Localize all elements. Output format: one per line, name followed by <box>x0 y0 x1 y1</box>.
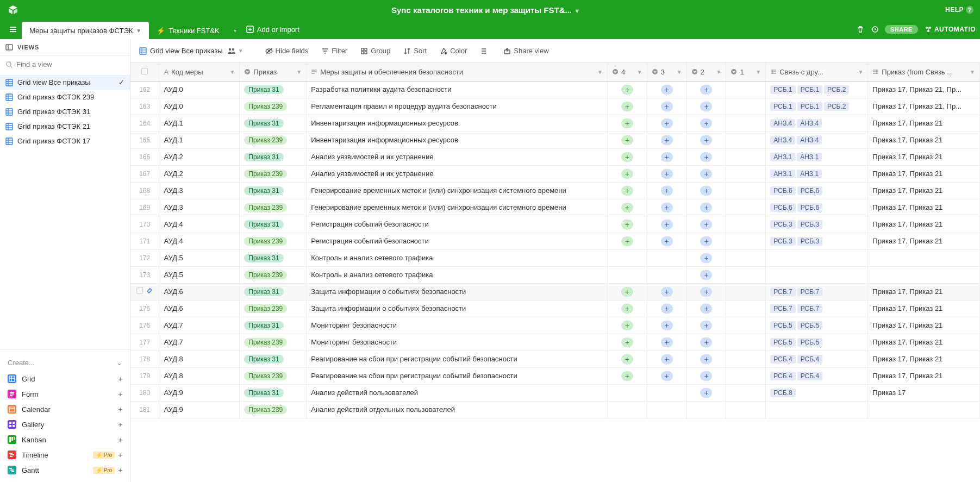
link-tag[interactable]: РСБ.2 <box>824 85 849 94</box>
plus-badge[interactable]: + <box>700 236 712 246</box>
cell-link[interactable]: АНЗ.4АНЗ.4 <box>766 115 868 132</box>
plus-badge[interactable]: + <box>661 321 673 330</box>
link-tag[interactable]: РСБ.7 <box>770 287 795 296</box>
column-header-code[interactable]: AКод меры▼ <box>159 63 240 81</box>
share-view-button[interactable]: Share view <box>498 45 554 57</box>
cell-1[interactable] <box>726 317 766 334</box>
plus-badge[interactable]: + <box>700 337 712 347</box>
cell-4[interactable] <box>607 384 647 401</box>
cell-code[interactable]: АУД.4 <box>159 233 240 249</box>
cell-2[interactable]: + <box>686 384 726 401</box>
table-row[interactable]: 179 АУД.8 Приказ 239 Реагирование на сбо… <box>130 367 980 384</box>
row-number-cell[interactable]: 176 <box>130 317 159 334</box>
row-number-cell[interactable]: 164 <box>130 115 159 132</box>
cell-4[interactable] <box>607 401 647 418</box>
link-tag[interactable]: РСБ.5 <box>797 338 822 347</box>
cell-link[interactable]: РСБ.6РСБ.6 <box>766 182 868 199</box>
link-tag[interactable]: РСБ.8 <box>770 389 795 397</box>
table-row[interactable]: 166 АУД.2 Приказ 31 Анализ уязвимостей и… <box>130 148 980 165</box>
cell-prikazfrom[interactable]: Приказ 17, Приказ 21 <box>868 300 980 317</box>
cell-code[interactable]: АУД.3 <box>159 199 240 216</box>
plus-badge[interactable]: + <box>661 337 673 347</box>
table-row[interactable]: 164 АУД.1 Приказ 31 Инвентаризация инфор… <box>130 115 980 132</box>
cell-3[interactable]: + <box>647 132 686 148</box>
link-tag[interactable]: РСБ.5 <box>770 338 795 347</box>
column-header-prikazfrom[interactable]: Приказ (from Связь ...▼ <box>868 63 980 81</box>
cell-code[interactable]: АУД.5 <box>159 249 240 266</box>
views-header[interactable]: VIEWS <box>0 39 130 56</box>
cell-code[interactable]: АУД.8 <box>159 367 240 384</box>
cell-3[interactable] <box>647 266 686 283</box>
plus-badge[interactable]: + <box>621 220 633 229</box>
sort-button[interactable]: Sort <box>398 45 432 57</box>
cell-link[interactable]: РСБ.7РСБ.7 <box>766 283 868 300</box>
tab-chevron[interactable]: ▾ <box>227 22 240 39</box>
header-checkbox[interactable] <box>130 63 159 81</box>
plus-badge[interactable]: + <box>661 102 673 111</box>
cell-mery[interactable]: Регистрация событий безопасности <box>307 233 608 249</box>
cell-code[interactable]: АУД.5 <box>159 266 240 283</box>
cell-2[interactable]: + <box>686 81 726 98</box>
cell-link[interactable]: РСБ.1РСБ.1РСБ.2 <box>766 98 868 115</box>
plus-badge[interactable]: + <box>661 152 673 162</box>
cell-prikaz[interactable]: Приказ 239 <box>240 401 307 418</box>
plus-badge[interactable]: + <box>700 304 712 314</box>
cell-2[interactable]: + <box>686 283 726 300</box>
cell-prikaz[interactable]: Приказ 239 <box>240 300 307 317</box>
cell-link[interactable]: РСБ.8 <box>766 384 868 401</box>
plus-badge[interactable]: + <box>661 371 673 381</box>
row-checkbox[interactable] <box>136 287 143 294</box>
cell-4[interactable]: + <box>607 334 647 350</box>
group-button[interactable]: Group <box>355 45 396 57</box>
link-tag[interactable]: РСБ.6 <box>797 203 822 212</box>
column-header-4[interactable]: 4▼ <box>607 63 647 81</box>
cell-link[interactable]: РСБ.1РСБ.1РСБ.2 <box>766 81 868 98</box>
link-tag[interactable]: РСБ.6 <box>797 186 822 195</box>
trash-icon[interactable] <box>857 26 864 33</box>
cell-mery[interactable]: Анализ уязвимостей и их устранение <box>307 148 608 165</box>
hamburger-icon[interactable] <box>4 22 22 37</box>
row-number-cell[interactable]: 169 <box>130 199 159 216</box>
link-tag[interactable]: РСБ.3 <box>797 237 822 246</box>
cell-prikazfrom[interactable]: Приказ 17, Приказ 21 <box>868 317 980 334</box>
plus-badge[interactable]: + <box>700 220 712 229</box>
cell-link[interactable] <box>766 249 868 266</box>
find-view-search[interactable] <box>0 56 130 73</box>
link-tag[interactable]: РСБ.7 <box>770 304 795 313</box>
plus-badge[interactable]: + <box>621 186 633 196</box>
cell-prikaz[interactable]: Приказ 239 <box>240 266 307 283</box>
cell-prikazfrom[interactable]: Приказ 17, Приказ 21 <box>868 216 980 233</box>
cell-1[interactable] <box>726 199 766 216</box>
cell-4[interactable]: + <box>607 317 647 334</box>
cell-2[interactable]: + <box>686 367 726 384</box>
cell-code[interactable]: АУД.6 <box>159 300 240 317</box>
link-tag[interactable]: АНЗ.4 <box>797 136 822 145</box>
link-tag[interactable]: РСБ.5 <box>770 321 795 330</box>
cell-prikaz[interactable]: Приказ 239 <box>240 367 307 384</box>
cell-code[interactable]: АУД.7 <box>159 334 240 350</box>
cell-prikazfrom[interactable]: Приказ 17, Приказ 21 <box>868 115 980 132</box>
link-tag[interactable]: АНЗ.1 <box>770 153 795 161</box>
link-tag[interactable]: РСБ.1 <box>770 85 795 94</box>
plus-badge[interactable]: + <box>661 236 673 246</box>
sidebar-view-item[interactable]: Grid приказ ФСТЭК 31 <box>0 104 130 119</box>
cell-code[interactable]: АУД.0 <box>159 98 240 115</box>
cell-2[interactable] <box>686 401 726 418</box>
cell-link[interactable]: РСБ.5РСБ.5 <box>766 317 868 334</box>
cell-2[interactable]: + <box>686 216 726 233</box>
cell-prikaz[interactable]: Приказ 31 <box>240 81 307 98</box>
cell-4[interactable] <box>607 266 647 283</box>
add-or-import-button[interactable]: Add or import <box>240 26 306 34</box>
plus-badge[interactable]: + <box>700 253 712 263</box>
cell-code[interactable]: АУД.8 <box>159 350 240 367</box>
plus-badge[interactable]: + <box>700 287 712 297</box>
plus-badge[interactable]: + <box>621 135 633 145</box>
table-row[interactable]: 176 АУД.7 Приказ 31 Мониторинг безопасно… <box>130 317 980 334</box>
cell-prikaz[interactable]: Приказ 239 <box>240 98 307 115</box>
plus-badge[interactable]: + <box>700 186 712 196</box>
cell-prikazfrom[interactable]: Приказ 17, Приказ 21, Пр... <box>868 81 980 98</box>
sidebar-view-item[interactable]: Grid приказ ФСТЭК 17 <box>0 134 130 148</box>
row-number-cell[interactable]: 166 <box>130 148 159 165</box>
cell-code[interactable]: АУД.3 <box>159 182 240 199</box>
plus-badge[interactable]: + <box>700 321 712 330</box>
